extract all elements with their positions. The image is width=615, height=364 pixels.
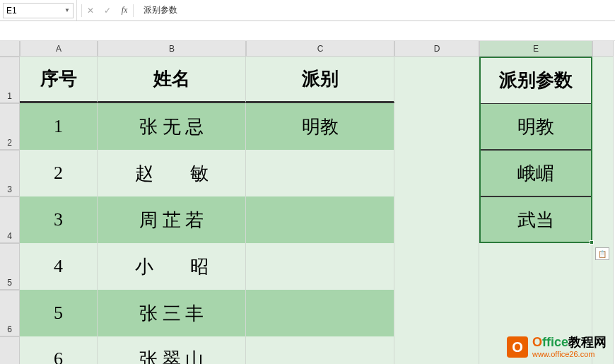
watermark-url: www.office26.com <box>532 350 607 358</box>
row-header-4[interactable]: 4 <box>0 196 20 243</box>
cell-name-1[interactable]: 张 无 忌 <box>98 103 246 150</box>
table-header-seq[interactable]: 序号 <box>20 57 98 103</box>
row-header-5[interactable]: 5 <box>0 243 20 290</box>
cell-faction-5[interactable] <box>246 290 394 336</box>
cell-name-2[interactable]: 赵 敏 <box>98 150 246 196</box>
col-header-b[interactable]: B <box>98 41 246 57</box>
formula-value: 派别参数 <box>144 4 177 16</box>
cell-d6[interactable] <box>394 290 479 336</box>
cell-f6[interactable] <box>592 290 614 336</box>
cell-faction-6[interactable] <box>246 336 394 364</box>
cell-f1[interactable] <box>592 57 614 103</box>
col-header-blank[interactable] <box>592 41 614 57</box>
col-header-e[interactable]: E <box>479 41 592 57</box>
cell-e6[interactable] <box>479 290 592 336</box>
select-all-corner[interactable] <box>0 41 20 57</box>
row-header-7[interactable]: 7 <box>0 336 20 364</box>
watermark: O Office教程网 www.office26.com <box>507 336 607 358</box>
cell-d1[interactable] <box>394 57 479 103</box>
ribbon-spacer <box>0 21 615 41</box>
col-header-c[interactable]: C <box>246 41 394 57</box>
fx-button[interactable]: fx <box>116 5 133 16</box>
cell-d3[interactable] <box>394 150 479 196</box>
cell-name-6[interactable]: 张 翠 山 <box>98 336 246 364</box>
enter-button[interactable]: ✓ <box>99 6 116 16</box>
cell-name-4[interactable]: 小 昭 <box>98 243 246 290</box>
cell-seq-2[interactable]: 2 <box>20 150 98 196</box>
cell-seq-5[interactable]: 5 <box>20 290 98 336</box>
param-item-2[interactable]: 峨嵋 <box>479 150 592 196</box>
col-header-a[interactable]: A <box>20 41 98 57</box>
cell-seq-3[interactable]: 3 <box>20 196 98 243</box>
cell-faction-3[interactable] <box>246 196 394 243</box>
param-header[interactable]: 派别参数 <box>479 57 592 103</box>
formula-bar: E1 ▼ ✕ ✓ fx 派别参数 <box>0 0 615 21</box>
table-header-name[interactable]: 姓名 <box>98 57 246 103</box>
cell-f4[interactable] <box>592 196 614 243</box>
cancel-button[interactable]: ✕ <box>82 6 99 16</box>
cell-name-3[interactable]: 周 芷 若 <box>98 196 246 243</box>
cell-d4[interactable] <box>394 196 479 243</box>
name-box-value: E1 <box>6 6 64 16</box>
formula-bar-buttons: ✕ ✓ fx <box>76 0 138 20</box>
cell-faction-4[interactable] <box>246 243 394 290</box>
office-logo-icon: O <box>507 336 528 358</box>
row-header-1[interactable]: 1 <box>0 57 20 103</box>
cell-faction-1[interactable]: 明教 <box>246 103 394 150</box>
col-header-d[interactable]: D <box>394 41 479 57</box>
formula-input[interactable]: 派别参数 <box>138 0 615 20</box>
cell-f2[interactable] <box>592 103 614 150</box>
cell-e5[interactable] <box>479 243 592 290</box>
cell-seq-6[interactable]: 6 <box>20 336 98 364</box>
cell-d5[interactable] <box>394 243 479 290</box>
cell-d7[interactable] <box>394 336 479 364</box>
cell-seq-4[interactable]: 4 <box>20 243 98 290</box>
param-item-3[interactable]: 武当 <box>479 196 592 243</box>
chevron-down-icon: ▼ <box>64 7 70 13</box>
row-header-6[interactable]: 6 <box>0 290 20 336</box>
row-header-2[interactable]: 2 <box>0 103 20 150</box>
cell-name-5[interactable]: 张 三 丰 <box>98 290 246 336</box>
cell-faction-2[interactable] <box>246 150 394 196</box>
spreadsheet-grid: A B C D E 1 序号 姓名 派别 派别参数 2 1 张 无 忌 明教 明… <box>0 41 615 364</box>
cell-seq-1[interactable]: 1 <box>20 103 98 150</box>
row-header-3[interactable]: 3 <box>0 150 20 196</box>
param-item-1[interactable]: 明教 <box>479 103 592 150</box>
cell-f3[interactable] <box>592 150 614 196</box>
table-header-faction[interactable]: 派别 <box>246 57 394 103</box>
smart-tag-icon[interactable]: 📋 <box>595 247 609 260</box>
cell-d2[interactable] <box>394 103 479 150</box>
watermark-title: Office教程网 <box>532 336 607 350</box>
name-box[interactable]: E1 ▼ <box>3 3 74 18</box>
